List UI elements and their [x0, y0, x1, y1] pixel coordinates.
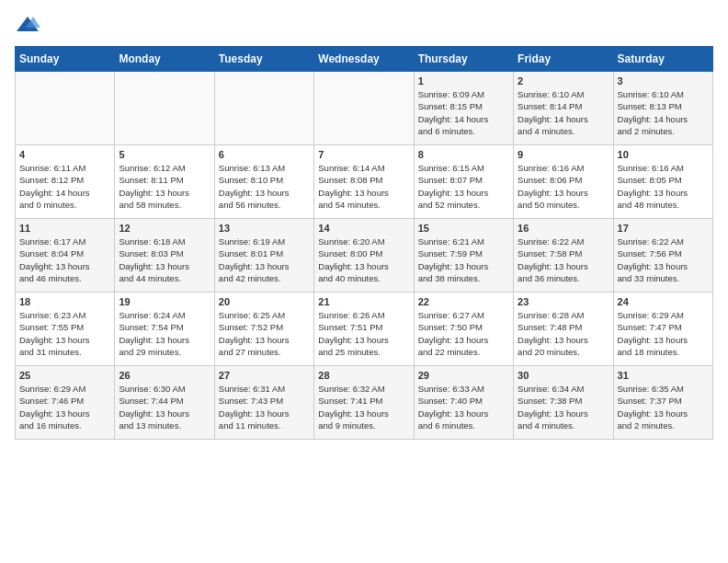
- day-info: Sunrise: 6:19 AM Sunset: 8:01 PM Dayligh…: [219, 236, 310, 284]
- day-info: Sunrise: 6:10 AM Sunset: 8:13 PM Dayligh…: [618, 88, 709, 137]
- day-number: 9: [518, 149, 609, 160]
- calendar-cell: 27Sunrise: 6:31 AM Sunset: 7:43 PM Dayli…: [214, 366, 313, 440]
- calendar-cell: 21Sunrise: 6:26 AM Sunset: 7:51 PM Dayli…: [314, 293, 414, 366]
- day-number: 3: [618, 75, 709, 86]
- calendar-week-row: 1Sunrise: 6:09 AM Sunset: 8:15 PM Daylig…: [16, 72, 713, 145]
- day-info: Sunrise: 6:22 AM Sunset: 7:58 PM Dayligh…: [518, 236, 609, 284]
- calendar-cell: 31Sunrise: 6:35 AM Sunset: 7:37 PM Dayli…: [613, 366, 712, 440]
- calendar-cell: 23Sunrise: 6:28 AM Sunset: 7:48 PM Dayli…: [514, 293, 613, 366]
- calendar-week-row: 18Sunrise: 6:23 AM Sunset: 7:55 PM Dayli…: [16, 293, 713, 366]
- calendar-cell: 26Sunrise: 6:30 AM Sunset: 7:44 PM Dayli…: [115, 366, 214, 440]
- calendar-header-row: SundayMondayTuesdayWednesdayThursdayFrid…: [16, 47, 713, 72]
- day-number: 26: [119, 370, 210, 381]
- day-info: Sunrise: 6:11 AM Sunset: 8:12 PM Dayligh…: [19, 162, 110, 211]
- day-number: 13: [219, 223, 310, 234]
- calendar-cell: [214, 72, 313, 145]
- calendar-table: SundayMondayTuesdayWednesdayThursdayFrid…: [15, 46, 713, 440]
- day-number: 17: [618, 223, 709, 234]
- calendar-cell: 16Sunrise: 6:22 AM Sunset: 7:58 PM Dayli…: [514, 219, 613, 293]
- day-info: Sunrise: 6:13 AM Sunset: 8:10 PM Dayligh…: [219, 162, 310, 211]
- day-info: Sunrise: 6:28 AM Sunset: 7:48 PM Dayligh…: [518, 309, 609, 358]
- calendar-cell: 1Sunrise: 6:09 AM Sunset: 8:15 PM Daylig…: [414, 72, 513, 145]
- day-number: 16: [518, 223, 609, 234]
- day-number: 27: [219, 370, 310, 381]
- calendar-cell: 2Sunrise: 6:10 AM Sunset: 8:14 PM Daylig…: [514, 72, 613, 145]
- day-number: 10: [618, 149, 709, 160]
- day-info: Sunrise: 6:32 AM Sunset: 7:41 PM Dayligh…: [318, 383, 409, 431]
- day-info: Sunrise: 6:16 AM Sunset: 8:05 PM Dayligh…: [618, 162, 709, 211]
- day-number: 28: [318, 370, 409, 381]
- day-info: Sunrise: 6:25 AM Sunset: 7:52 PM Dayligh…: [219, 309, 310, 358]
- day-number: 29: [418, 370, 509, 381]
- calendar-cell: [314, 72, 414, 145]
- day-info: Sunrise: 6:12 AM Sunset: 8:11 PM Dayligh…: [119, 162, 210, 211]
- day-info: Sunrise: 6:10 AM Sunset: 8:14 PM Dayligh…: [518, 88, 609, 137]
- day-info: Sunrise: 6:31 AM Sunset: 7:43 PM Dayligh…: [219, 383, 310, 431]
- calendar-week-row: 11Sunrise: 6:17 AM Sunset: 8:04 PM Dayli…: [16, 219, 713, 293]
- calendar-cell: 14Sunrise: 6:20 AM Sunset: 8:00 PM Dayli…: [314, 219, 414, 293]
- calendar-cell: 17Sunrise: 6:22 AM Sunset: 7:56 PM Dayli…: [613, 219, 712, 293]
- day-number: 30: [518, 370, 609, 381]
- day-number: 5: [119, 149, 210, 160]
- calendar-cell: [115, 72, 214, 145]
- calendar-cell: 4Sunrise: 6:11 AM Sunset: 8:12 PM Daylig…: [16, 145, 115, 219]
- day-number: 20: [219, 296, 310, 307]
- calendar-cell: [16, 72, 115, 145]
- calendar-cell: 25Sunrise: 6:29 AM Sunset: 7:46 PM Dayli…: [16, 366, 115, 440]
- day-number: 24: [618, 296, 709, 307]
- day-info: Sunrise: 6:20 AM Sunset: 8:00 PM Dayligh…: [318, 236, 409, 284]
- calendar-cell: 24Sunrise: 6:29 AM Sunset: 7:47 PM Dayli…: [613, 293, 712, 366]
- calendar-cell: 19Sunrise: 6:24 AM Sunset: 7:54 PM Dayli…: [115, 293, 214, 366]
- page-header: [15, 15, 713, 35]
- day-info: Sunrise: 6:15 AM Sunset: 8:07 PM Dayligh…: [418, 162, 509, 211]
- day-info: Sunrise: 6:22 AM Sunset: 7:56 PM Dayligh…: [618, 236, 709, 284]
- calendar-cell: 30Sunrise: 6:34 AM Sunset: 7:38 PM Dayli…: [514, 366, 613, 440]
- day-header-sunday: Sunday: [16, 47, 115, 72]
- day-number: 25: [19, 370, 110, 381]
- calendar-cell: 12Sunrise: 6:18 AM Sunset: 8:03 PM Dayli…: [115, 219, 214, 293]
- calendar-cell: 11Sunrise: 6:17 AM Sunset: 8:04 PM Dayli…: [16, 219, 115, 293]
- day-number: 18: [19, 296, 110, 307]
- day-info: Sunrise: 6:29 AM Sunset: 7:46 PM Dayligh…: [19, 383, 110, 431]
- day-number: 11: [19, 223, 110, 234]
- day-number: 23: [518, 296, 609, 307]
- day-number: 14: [318, 223, 409, 234]
- calendar-week-row: 4Sunrise: 6:11 AM Sunset: 8:12 PM Daylig…: [16, 145, 713, 219]
- day-number: 4: [19, 149, 110, 160]
- calendar-cell: 3Sunrise: 6:10 AM Sunset: 8:13 PM Daylig…: [613, 72, 712, 145]
- calendar-cell: 7Sunrise: 6:14 AM Sunset: 8:08 PM Daylig…: [314, 145, 414, 219]
- day-info: Sunrise: 6:34 AM Sunset: 7:38 PM Dayligh…: [518, 383, 609, 431]
- calendar-cell: 5Sunrise: 6:12 AM Sunset: 8:11 PM Daylig…: [115, 145, 214, 219]
- day-info: Sunrise: 6:16 AM Sunset: 8:06 PM Dayligh…: [518, 162, 609, 211]
- day-header-wednesday: Wednesday: [314, 47, 414, 72]
- calendar-cell: 13Sunrise: 6:19 AM Sunset: 8:01 PM Dayli…: [214, 219, 313, 293]
- day-number: 7: [318, 149, 409, 160]
- day-number: 22: [418, 296, 509, 307]
- day-number: 15: [418, 223, 509, 234]
- day-info: Sunrise: 6:18 AM Sunset: 8:03 PM Dayligh…: [119, 236, 210, 284]
- day-number: 1: [418, 75, 509, 86]
- day-info: Sunrise: 6:30 AM Sunset: 7:44 PM Dayligh…: [119, 383, 210, 431]
- calendar-cell: 15Sunrise: 6:21 AM Sunset: 7:59 PM Dayli…: [414, 219, 513, 293]
- day-number: 2: [518, 75, 609, 86]
- calendar-cell: 28Sunrise: 6:32 AM Sunset: 7:41 PM Dayli…: [314, 366, 414, 440]
- calendar-cell: 20Sunrise: 6:25 AM Sunset: 7:52 PM Dayli…: [214, 293, 313, 366]
- logo-icon: [15, 15, 40, 35]
- day-number: 12: [119, 223, 210, 234]
- calendar-cell: 29Sunrise: 6:33 AM Sunset: 7:40 PM Dayli…: [414, 366, 513, 440]
- day-info: Sunrise: 6:33 AM Sunset: 7:40 PM Dayligh…: [418, 383, 509, 431]
- day-info: Sunrise: 6:29 AM Sunset: 7:47 PM Dayligh…: [618, 309, 709, 358]
- calendar-cell: 18Sunrise: 6:23 AM Sunset: 7:55 PM Dayli…: [16, 293, 115, 366]
- calendar-cell: 10Sunrise: 6:16 AM Sunset: 8:05 PM Dayli…: [613, 145, 712, 219]
- day-number: 19: [119, 296, 210, 307]
- day-info: Sunrise: 6:21 AM Sunset: 7:59 PM Dayligh…: [418, 236, 509, 284]
- day-header-thursday: Thursday: [414, 47, 513, 72]
- calendar-cell: 9Sunrise: 6:16 AM Sunset: 8:06 PM Daylig…: [514, 145, 613, 219]
- day-number: 6: [219, 149, 310, 160]
- day-info: Sunrise: 6:24 AM Sunset: 7:54 PM Dayligh…: [119, 309, 210, 358]
- calendar-cell: 6Sunrise: 6:13 AM Sunset: 8:10 PM Daylig…: [214, 145, 313, 219]
- day-info: Sunrise: 6:26 AM Sunset: 7:51 PM Dayligh…: [318, 309, 409, 358]
- day-info: Sunrise: 6:09 AM Sunset: 8:15 PM Dayligh…: [418, 88, 509, 137]
- day-header-friday: Friday: [514, 47, 613, 72]
- day-info: Sunrise: 6:14 AM Sunset: 8:08 PM Dayligh…: [318, 162, 409, 211]
